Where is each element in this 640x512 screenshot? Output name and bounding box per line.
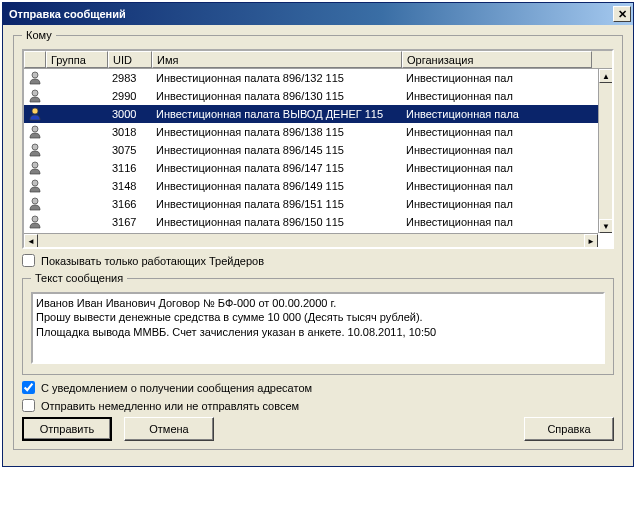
cell-org: Инвестиционная пал — [402, 143, 592, 157]
svg-point-1 — [32, 90, 38, 96]
table-row[interactable]: 3167Инвестиционная палата 896/150 115Инв… — [24, 213, 598, 231]
user-icon — [24, 214, 46, 230]
cell-uid: 3075 — [108, 143, 152, 157]
svg-point-6 — [32, 180, 38, 186]
scroll-up-button[interactable]: ▲ — [599, 69, 613, 83]
cell-name: Инвестиционная палата ВЫВОД ДЕНЕГ 115 — [152, 107, 402, 121]
receipt-label: С уведомлением о получении сообщения адр… — [41, 382, 312, 394]
scroll-right-button[interactable]: ► — [584, 234, 598, 248]
message-fieldset: Текст сообщения — [22, 272, 614, 375]
message-legend: Текст сообщения — [31, 272, 127, 284]
cell-uid: 2990 — [108, 89, 152, 103]
message-textarea[interactable] — [31, 292, 605, 364]
cell-group — [46, 203, 108, 205]
show-working-label: Показывать только работающих Трейдеров — [41, 255, 264, 267]
recipients-listview[interactable]: Группа UID Имя Организация 2983Инвестици… — [22, 49, 614, 249]
table-row[interactable]: 3018Инвестиционная палата 896/138 115Инв… — [24, 123, 598, 141]
client-area: Кому Группа UID Имя Организация 2983Инве… — [3, 25, 633, 466]
cell-name: Инвестиционная палата 896/132 115 — [152, 71, 402, 85]
cell-uid: 3166 — [108, 197, 152, 211]
horizontal-scrollbar[interactable]: ◄ ► — [24, 233, 598, 247]
col-org-header[interactable]: Организация — [402, 51, 592, 68]
cell-group — [46, 221, 108, 223]
recipients-legend: Кому — [22, 29, 56, 41]
user-icon — [24, 124, 46, 140]
receipt-row: С уведомлением о получении сообщения адр… — [22, 381, 614, 394]
table-row[interactable]: 2983Инвестиционная палата 896/132 115Инв… — [24, 69, 598, 87]
cell-org: Инвестиционная пал — [402, 71, 592, 85]
cell-org: Инвестиционная пал — [402, 161, 592, 175]
user-icon — [24, 196, 46, 212]
window-title: Отправка сообщений — [9, 8, 126, 20]
cell-uid: 3116 — [108, 161, 152, 175]
col-name-header[interactable]: Имя — [152, 51, 402, 68]
cell-uid: 2983 — [108, 71, 152, 85]
table-row[interactable]: 3166Инвестиционная палата 896/151 115Инв… — [24, 195, 598, 213]
col-icon-header[interactable] — [24, 51, 46, 68]
svg-point-5 — [32, 162, 38, 168]
cell-name: Инвестиционная палата 896/150 115 — [152, 215, 402, 229]
button-row: Отправить Отмена Справка — [22, 417, 614, 441]
user-icon — [24, 106, 46, 122]
cell-name: Инвестиционная палата 896/145 115 — [152, 143, 402, 157]
sendnow-label: Отправить немедленно или не отправлять с… — [41, 400, 299, 412]
table-row[interactable]: 3116Инвестиционная палата 896/147 115Инв… — [24, 159, 598, 177]
cell-org: Инвестиционная пал — [402, 89, 592, 103]
svg-point-4 — [32, 144, 38, 150]
show-only-row: Показывать только работающих Трейдеров — [22, 254, 614, 267]
cell-uid: 3000 — [108, 107, 152, 121]
cell-org: Инвестиционная пал — [402, 197, 592, 211]
svg-point-8 — [32, 216, 38, 222]
vertical-scrollbar[interactable]: ▲ ▼ — [598, 69, 612, 233]
cancel-button[interactable]: Отмена — [124, 417, 214, 441]
sendnow-checkbox[interactable] — [22, 399, 35, 412]
cell-group — [46, 131, 108, 133]
svg-point-7 — [32, 198, 38, 204]
cell-org: Инвестиционная пал — [402, 215, 592, 229]
scroll-down-button[interactable]: ▼ — [599, 219, 613, 233]
table-row[interactable]: 2990Инвестиционная палата 896/130 115Инв… — [24, 87, 598, 105]
user-icon — [24, 88, 46, 104]
scroll-left-button[interactable]: ◄ — [24, 234, 38, 248]
col-group-header[interactable]: Группа — [46, 51, 108, 68]
cell-group — [46, 167, 108, 169]
col-uid-header[interactable]: UID — [108, 51, 152, 68]
send-button[interactable]: Отправить — [22, 417, 112, 441]
svg-point-2 — [32, 108, 38, 114]
table-row[interactable]: 3000Инвестиционная палата ВЫВОД ДЕНЕГ 11… — [24, 105, 598, 123]
cell-name: Инвестиционная палата 896/149 115 — [152, 179, 402, 193]
receipt-checkbox[interactable] — [22, 381, 35, 394]
cell-group — [46, 95, 108, 97]
cell-group — [46, 185, 108, 187]
cell-uid: 3018 — [108, 125, 152, 139]
help-button[interactable]: Справка — [524, 417, 614, 441]
cell-name: Инвестиционная палата 896/138 115 — [152, 125, 402, 139]
listview-body[interactable]: 2983Инвестиционная палата 896/132 115Инв… — [24, 69, 598, 233]
table-row[interactable]: 3148Инвестиционная палата 896/149 115Инв… — [24, 177, 598, 195]
cell-name: Инвестиционная палата 896/130 115 — [152, 89, 402, 103]
close-button[interactable]: ✕ — [613, 6, 631, 22]
cell-name: Инвестиционная палата 896/147 115 — [152, 161, 402, 175]
cell-group — [46, 149, 108, 151]
cell-uid: 3148 — [108, 179, 152, 193]
cell-org: Инвестиционная пала — [402, 107, 592, 121]
sendnow-row: Отправить немедленно или не отправлять с… — [22, 399, 614, 412]
svg-point-0 — [32, 72, 38, 78]
cell-org: Инвестиционная пал — [402, 179, 592, 193]
send-message-dialog: Отправка сообщений ✕ Кому Группа UID Имя… — [2, 2, 634, 467]
user-icon — [24, 178, 46, 194]
cell-group — [46, 77, 108, 79]
titlebar[interactable]: Отправка сообщений ✕ — [3, 3, 633, 25]
cell-uid: 3167 — [108, 215, 152, 229]
cell-name: Инвестиционная палата 896/151 115 — [152, 197, 402, 211]
listview-header: Группа UID Имя Организация — [24, 51, 612, 69]
user-icon — [24, 160, 46, 176]
cell-org: Инвестиционная пал — [402, 125, 592, 139]
svg-point-3 — [32, 126, 38, 132]
cell-group — [46, 113, 108, 115]
table-row[interactable]: 3075Инвестиционная палата 896/145 115Инв… — [24, 141, 598, 159]
user-icon — [24, 70, 46, 86]
show-working-checkbox[interactable] — [22, 254, 35, 267]
recipients-fieldset: Кому Группа UID Имя Организация 2983Инве… — [13, 29, 623, 450]
user-icon — [24, 142, 46, 158]
